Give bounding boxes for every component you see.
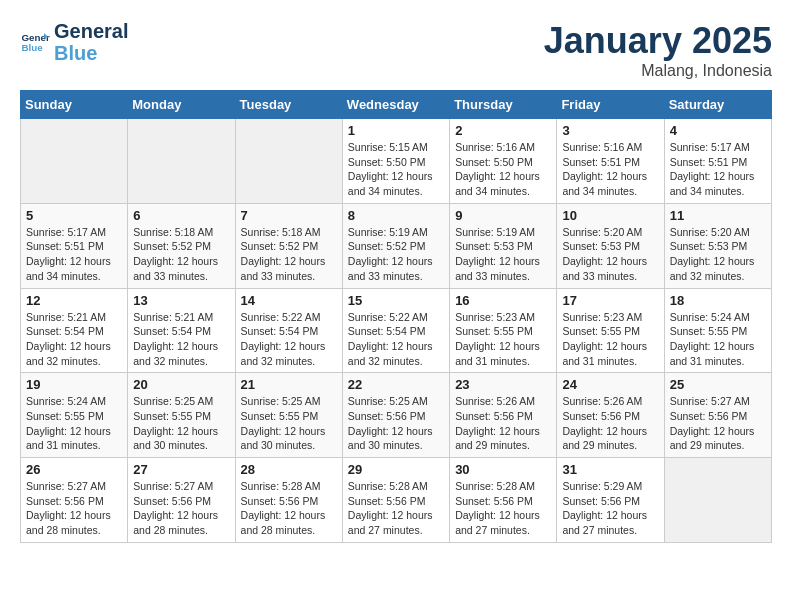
day-info: Sunrise: 5:27 AMSunset: 5:56 PMDaylight:…: [133, 479, 229, 538]
day-number: 10: [562, 208, 658, 223]
calendar-cell: 8Sunrise: 5:19 AMSunset: 5:52 PMDaylight…: [342, 203, 449, 288]
day-number: 18: [670, 293, 766, 308]
weekday-header-row: SundayMondayTuesdayWednesdayThursdayFrid…: [21, 91, 772, 119]
week-row-2: 5Sunrise: 5:17 AMSunset: 5:51 PMDaylight…: [21, 203, 772, 288]
day-info: Sunrise: 5:18 AMSunset: 5:52 PMDaylight:…: [241, 225, 337, 284]
title-block: January 2025 Malang, Indonesia: [544, 20, 772, 80]
calendar-table: SundayMondayTuesdayWednesdayThursdayFrid…: [20, 90, 772, 543]
day-number: 12: [26, 293, 122, 308]
day-number: 24: [562, 377, 658, 392]
day-info: Sunrise: 5:20 AMSunset: 5:53 PMDaylight:…: [562, 225, 658, 284]
calendar-cell: 26Sunrise: 5:27 AMSunset: 5:56 PMDayligh…: [21, 458, 128, 543]
day-number: 29: [348, 462, 444, 477]
day-number: 17: [562, 293, 658, 308]
calendar-cell: 6Sunrise: 5:18 AMSunset: 5:52 PMDaylight…: [128, 203, 235, 288]
calendar-cell: 10Sunrise: 5:20 AMSunset: 5:53 PMDayligh…: [557, 203, 664, 288]
day-info: Sunrise: 5:28 AMSunset: 5:56 PMDaylight:…: [241, 479, 337, 538]
svg-text:Blue: Blue: [22, 42, 44, 53]
calendar-cell: 19Sunrise: 5:24 AMSunset: 5:55 PMDayligh…: [21, 373, 128, 458]
day-info: Sunrise: 5:20 AMSunset: 5:53 PMDaylight:…: [670, 225, 766, 284]
calendar-cell: 15Sunrise: 5:22 AMSunset: 5:54 PMDayligh…: [342, 288, 449, 373]
calendar-cell: 12Sunrise: 5:21 AMSunset: 5:54 PMDayligh…: [21, 288, 128, 373]
logo-text-line2: Blue: [54, 42, 128, 64]
day-number: 28: [241, 462, 337, 477]
day-info: Sunrise: 5:22 AMSunset: 5:54 PMDaylight:…: [348, 310, 444, 369]
day-number: 27: [133, 462, 229, 477]
day-info: Sunrise: 5:24 AMSunset: 5:55 PMDaylight:…: [670, 310, 766, 369]
day-info: Sunrise: 5:23 AMSunset: 5:55 PMDaylight:…: [562, 310, 658, 369]
day-number: 9: [455, 208, 551, 223]
day-number: 3: [562, 123, 658, 138]
day-info: Sunrise: 5:25 AMSunset: 5:55 PMDaylight:…: [133, 394, 229, 453]
day-number: 23: [455, 377, 551, 392]
day-number: 20: [133, 377, 229, 392]
calendar-cell: 22Sunrise: 5:25 AMSunset: 5:56 PMDayligh…: [342, 373, 449, 458]
weekday-header-friday: Friday: [557, 91, 664, 119]
day-number: 22: [348, 377, 444, 392]
day-info: Sunrise: 5:21 AMSunset: 5:54 PMDaylight:…: [26, 310, 122, 369]
day-number: 21: [241, 377, 337, 392]
calendar-cell: 1Sunrise: 5:15 AMSunset: 5:50 PMDaylight…: [342, 119, 449, 204]
day-number: 5: [26, 208, 122, 223]
day-info: Sunrise: 5:28 AMSunset: 5:56 PMDaylight:…: [348, 479, 444, 538]
page-header: General Blue General Blue January 2025 M…: [20, 20, 772, 80]
calendar-cell: 25Sunrise: 5:27 AMSunset: 5:56 PMDayligh…: [664, 373, 771, 458]
day-number: 16: [455, 293, 551, 308]
day-info: Sunrise: 5:16 AMSunset: 5:50 PMDaylight:…: [455, 140, 551, 199]
day-info: Sunrise: 5:27 AMSunset: 5:56 PMDaylight:…: [670, 394, 766, 453]
calendar-cell: 20Sunrise: 5:25 AMSunset: 5:55 PMDayligh…: [128, 373, 235, 458]
calendar-cell: [128, 119, 235, 204]
day-info: Sunrise: 5:19 AMSunset: 5:52 PMDaylight:…: [348, 225, 444, 284]
day-info: Sunrise: 5:23 AMSunset: 5:55 PMDaylight:…: [455, 310, 551, 369]
day-info: Sunrise: 5:25 AMSunset: 5:56 PMDaylight:…: [348, 394, 444, 453]
calendar-cell: 3Sunrise: 5:16 AMSunset: 5:51 PMDaylight…: [557, 119, 664, 204]
day-number: 11: [670, 208, 766, 223]
day-number: 30: [455, 462, 551, 477]
calendar-cell: [664, 458, 771, 543]
day-info: Sunrise: 5:27 AMSunset: 5:56 PMDaylight:…: [26, 479, 122, 538]
weekday-header-wednesday: Wednesday: [342, 91, 449, 119]
calendar-cell: 4Sunrise: 5:17 AMSunset: 5:51 PMDaylight…: [664, 119, 771, 204]
weekday-header-thursday: Thursday: [450, 91, 557, 119]
day-number: 26: [26, 462, 122, 477]
day-number: 14: [241, 293, 337, 308]
calendar-cell: 9Sunrise: 5:19 AMSunset: 5:53 PMDaylight…: [450, 203, 557, 288]
day-number: 6: [133, 208, 229, 223]
week-row-3: 12Sunrise: 5:21 AMSunset: 5:54 PMDayligh…: [21, 288, 772, 373]
day-number: 15: [348, 293, 444, 308]
day-info: Sunrise: 5:26 AMSunset: 5:56 PMDaylight:…: [455, 394, 551, 453]
day-number: 13: [133, 293, 229, 308]
calendar-cell: 7Sunrise: 5:18 AMSunset: 5:52 PMDaylight…: [235, 203, 342, 288]
month-title: January 2025: [544, 20, 772, 62]
day-number: 8: [348, 208, 444, 223]
calendar-cell: 21Sunrise: 5:25 AMSunset: 5:55 PMDayligh…: [235, 373, 342, 458]
day-info: Sunrise: 5:15 AMSunset: 5:50 PMDaylight:…: [348, 140, 444, 199]
calendar-cell: 2Sunrise: 5:16 AMSunset: 5:50 PMDaylight…: [450, 119, 557, 204]
calendar-cell: 17Sunrise: 5:23 AMSunset: 5:55 PMDayligh…: [557, 288, 664, 373]
day-info: Sunrise: 5:16 AMSunset: 5:51 PMDaylight:…: [562, 140, 658, 199]
weekday-header-saturday: Saturday: [664, 91, 771, 119]
day-number: 31: [562, 462, 658, 477]
day-info: Sunrise: 5:17 AMSunset: 5:51 PMDaylight:…: [670, 140, 766, 199]
day-info: Sunrise: 5:18 AMSunset: 5:52 PMDaylight:…: [133, 225, 229, 284]
week-row-4: 19Sunrise: 5:24 AMSunset: 5:55 PMDayligh…: [21, 373, 772, 458]
day-info: Sunrise: 5:17 AMSunset: 5:51 PMDaylight:…: [26, 225, 122, 284]
day-info: Sunrise: 5:21 AMSunset: 5:54 PMDaylight:…: [133, 310, 229, 369]
calendar-cell: 28Sunrise: 5:28 AMSunset: 5:56 PMDayligh…: [235, 458, 342, 543]
day-info: Sunrise: 5:24 AMSunset: 5:55 PMDaylight:…: [26, 394, 122, 453]
day-number: 2: [455, 123, 551, 138]
logo-text-line1: General: [54, 20, 128, 42]
day-info: Sunrise: 5:25 AMSunset: 5:55 PMDaylight:…: [241, 394, 337, 453]
calendar-cell: 30Sunrise: 5:28 AMSunset: 5:56 PMDayligh…: [450, 458, 557, 543]
calendar-cell: 27Sunrise: 5:27 AMSunset: 5:56 PMDayligh…: [128, 458, 235, 543]
day-number: 7: [241, 208, 337, 223]
calendar-cell: 5Sunrise: 5:17 AMSunset: 5:51 PMDaylight…: [21, 203, 128, 288]
day-info: Sunrise: 5:28 AMSunset: 5:56 PMDaylight:…: [455, 479, 551, 538]
week-row-1: 1Sunrise: 5:15 AMSunset: 5:50 PMDaylight…: [21, 119, 772, 204]
day-number: 4: [670, 123, 766, 138]
logo: General Blue General Blue: [20, 20, 128, 64]
calendar-cell: 14Sunrise: 5:22 AMSunset: 5:54 PMDayligh…: [235, 288, 342, 373]
weekday-header-monday: Monday: [128, 91, 235, 119]
day-number: 1: [348, 123, 444, 138]
calendar-cell: [235, 119, 342, 204]
